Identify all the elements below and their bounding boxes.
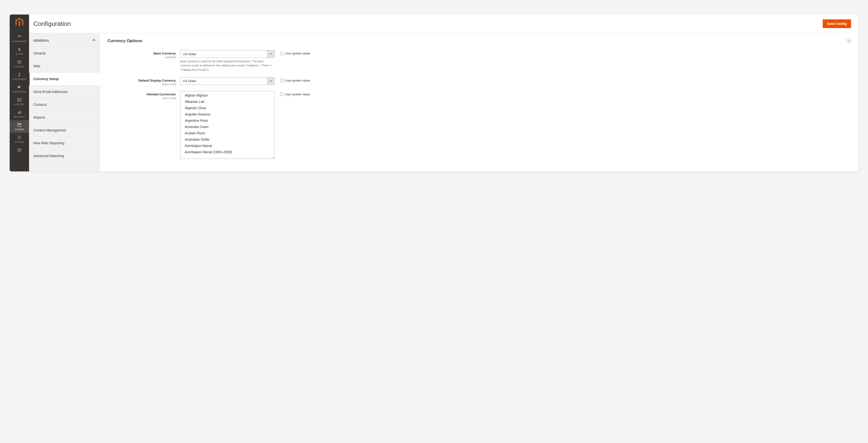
default-display-use-system-label[interactable]: Use system value [285,79,310,82]
storefront-icon [17,122,22,128]
config-tab-item[interactable]: Reports [29,111,100,124]
chevron-up-icon [92,38,96,43]
megaphone-icon [17,85,22,90]
nav-item-label: CUSTOMERS [10,78,29,81]
page-title: Configuration [33,20,71,28]
box-icon [17,59,22,65]
allowed-currencies-label: Allowed Currencies [107,92,176,96]
allowed-currencies-multiselect[interactable]: Afghan AfghaniAlbanian LekAlgerian Dinar… [180,91,275,159]
base-currency-note: Base currency is used for all online pay… [180,59,275,72]
magento-logo [10,14,29,31]
config-tab-item[interactable]: Currency Setup [29,73,100,86]
dropdown-arrow-icon [267,50,274,58]
page-header: Configuration Save Config [29,14,858,33]
svg-point-3 [19,73,20,74]
svg-rect-8 [19,112,20,114]
allowed-currencies-scope: [store view] [107,97,176,99]
base-currency-scope: [website] [107,56,176,59]
nav-item-label: CATALOG [10,65,29,68]
config-tab-item[interactable]: General [29,47,100,60]
base-currency-value: US Dollar [180,52,267,56]
default-display-select[interactable]: US Dollar [180,77,275,85]
bars-icon [17,110,22,115]
base-currency-select[interactable]: US Dollar [180,50,275,58]
config-tab-item[interactable]: New Relic Reporting [29,137,100,150]
nav-item-marketing[interactable]: MARKETING [10,83,29,95]
nav-item-find[interactable] [10,146,29,156]
svg-rect-9 [20,111,21,114]
nav-item-stores[interactable]: STORES [10,120,29,133]
nav-item-label: SYSTEM [10,141,29,143]
svg-rect-4 [18,98,21,101]
default-display-scope: [store view] [107,83,176,86]
config-group-general[interactable]: GENERAL [29,34,100,47]
nav-item-label: STORES [10,128,29,131]
base-currency-use-system-checkbox[interactable] [280,52,284,55]
nav-item-content[interactable]: CONTENT [10,95,29,108]
svg-point-1 [19,37,20,37]
svg-rect-7 [18,112,19,114]
nav-item-dashboard[interactable]: DASHBOARD [10,32,29,45]
config-tabs-sidebar: GENERAL GeneralWebCurrency SetupStore Em… [29,33,100,171]
dropdown-arrow-icon [267,77,274,85]
section-title: Currency Options [107,38,143,43]
nav-item-sales[interactable]: $SALES [10,45,29,57]
admin-nav-sidebar: DASHBOARD$SALESCATALOGCUSTOMERSMARKETING… [10,14,29,171]
gear-icon [17,135,22,140]
nav-item-customers[interactable]: CUSTOMERS [10,70,29,83]
currency-option[interactable]: Albanian Lek [180,98,274,105]
allowed-use-system-checkbox[interactable] [280,92,284,96]
currency-option[interactable]: Algerian Dinar [180,105,274,111]
config-tab-item[interactable]: Advanced Reporting [29,150,100,162]
svg-point-10 [19,137,20,138]
cube-icon [17,148,22,153]
currency-option[interactable]: Argentine Peso [180,118,274,124]
field-default-display-currency: Default Display Currency [store view] US… [107,77,851,86]
currency-option[interactable]: Azerbaijani Manat [180,143,274,149]
dashboard-icon [17,34,22,39]
field-allowed-currencies: Allowed Currencies [store view] Afghan A… [107,91,851,159]
currency-option[interactable]: Armenian Dram [180,124,274,130]
config-tab-item[interactable]: Contacts [29,98,100,111]
svg-text:$: $ [18,47,20,52]
settings-panel: Currency Options Base Currency [website]… [100,33,858,171]
config-group-label: GENERAL [33,39,50,42]
layout-icon [17,97,22,102]
allowed-use-system-label[interactable]: Use system value [285,92,310,96]
section-collapse-button[interactable] [847,39,851,43]
currency-option[interactable]: Azerbaijani Manat (1993–2006) [180,149,274,155]
nav-item-label: SALES [10,53,29,55]
config-tab-item[interactable]: Content Management [29,124,100,137]
currency-option[interactable]: Australian Dollar [180,136,274,143]
nav-item-system[interactable]: SYSTEM [10,133,29,146]
currency-option[interactable]: Aruban Florin [180,130,274,136]
base-currency-use-system-label[interactable]: Use system value [285,52,310,55]
config-tab-item[interactable]: Store Email Addresses [29,86,100,98]
nav-item-reports[interactable]: REPORTS [10,108,29,120]
save-config-button[interactable]: Save Config [823,19,851,28]
default-display-value: US Dollar [180,79,267,83]
nav-item-catalog[interactable]: CATALOG [10,57,29,70]
dollar-icon: $ [17,47,22,52]
default-display-label: Default Display Currency [107,79,176,82]
base-currency-label: Base Currency [107,52,176,55]
nav-item-label: REPORTS [10,116,29,118]
nav-item-label: MARKETING [10,91,29,93]
field-base-currency: Base Currency [website] US Dollar Base c… [107,50,851,72]
person-icon [17,72,22,77]
currency-option[interactable]: Afghan Afghani [180,91,274,98]
config-tab-item[interactable]: Web [29,60,100,73]
default-display-use-system-checkbox[interactable] [280,79,284,82]
currency-option[interactable]: Angolan Kwanza [180,111,274,118]
nav-item-label: CONTENT [10,103,29,105]
nav-item-label: DASHBOARD [10,40,29,42]
